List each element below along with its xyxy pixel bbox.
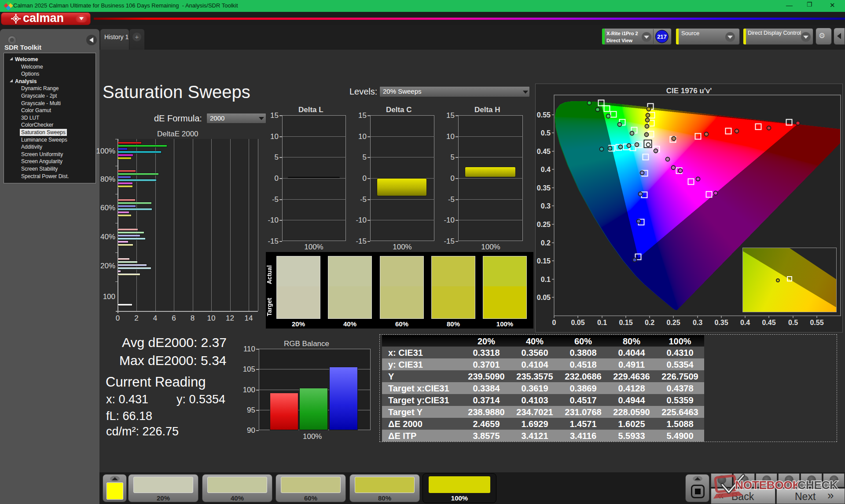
svg-text:NOTEBOOK: NOTEBOOK xyxy=(735,478,801,492)
svg-text:CHECK: CHECK xyxy=(797,478,838,492)
